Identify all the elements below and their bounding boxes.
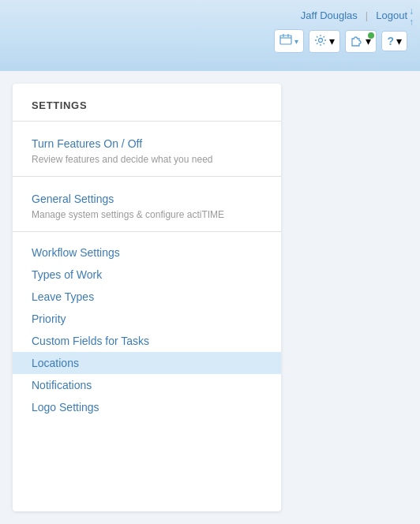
nav-arrows: ↓ ↑ bbox=[409, 6, 414, 27]
workflow-item-notifications[interactable]: Notifications bbox=[13, 374, 281, 396]
content-area: SETTINGS Turn Features On / Off Review f… bbox=[0, 71, 420, 524]
workflow-item-priority[interactable]: Priority bbox=[13, 308, 281, 330]
workflow-item-logo-settings[interactable]: Logo Settings bbox=[13, 396, 281, 418]
workflow-item-locations[interactable]: Locations bbox=[13, 352, 281, 374]
workflow-item-types-of-work[interactable]: Types of Work bbox=[13, 264, 281, 286]
puzzle-icon bbox=[351, 34, 363, 49]
help-icon-button[interactable]: ? ▾ bbox=[381, 31, 407, 51]
workflow-item-leave-types[interactable]: Leave Types bbox=[13, 286, 281, 308]
svg-rect-0 bbox=[280, 36, 291, 44]
nav-arrow-up[interactable]: ↑ bbox=[409, 17, 414, 27]
workflow-item-custom-fields-for-tasks[interactable]: Custom Fields for Tasks bbox=[13, 330, 281, 352]
divider-3 bbox=[13, 231, 281, 232]
gear-chevron-icon: ▾ bbox=[329, 35, 335, 47]
divider-1 bbox=[13, 121, 281, 122]
header-username[interactable]: Jaff Douglas bbox=[301, 9, 358, 21]
workflow-item-workflow-settings[interactable]: Workflow Settings bbox=[13, 241, 281, 264]
header-divider: | bbox=[366, 9, 368, 21]
workflow-section: Workflow SettingsTypes of WorkLeave Type… bbox=[13, 241, 281, 421]
general-desc: Manage system settings & configure actiT… bbox=[32, 209, 224, 220]
gear-icon bbox=[314, 34, 327, 49]
features-section: Turn Features On / Off Review features a… bbox=[13, 131, 281, 176]
puzzle-dot-indicator bbox=[368, 32, 374, 39]
header-icons: ▾ ▾ ▾ ? ▾ bbox=[274, 29, 407, 53]
general-section: General Settings Manage system settings … bbox=[13, 186, 281, 231]
help-chevron-icon: ▾ bbox=[396, 35, 402, 47]
header-top: Jaff Douglas | Logout bbox=[301, 9, 407, 21]
general-link[interactable]: General Settings bbox=[32, 193, 262, 205]
svg-point-4 bbox=[319, 38, 323, 42]
header: ↓ ↑ Jaff Douglas | Logout ▾ bbox=[0, 0, 420, 71]
settings-panel: SETTINGS Turn Features On / Off Review f… bbox=[13, 84, 281, 511]
settings-title: SETTINGS bbox=[13, 99, 281, 121]
calendar-icon bbox=[279, 33, 292, 49]
features-desc: Review features and decide what you need bbox=[32, 154, 212, 165]
puzzle-icon-button[interactable]: ▾ bbox=[345, 30, 377, 53]
logout-button[interactable]: Logout bbox=[376, 9, 407, 21]
features-link[interactable]: Turn Features On / Off bbox=[32, 137, 262, 150]
divider-2 bbox=[13, 176, 281, 177]
gear-icon-button[interactable]: ▾ bbox=[309, 30, 340, 53]
nav-arrow-down[interactable]: ↓ bbox=[409, 6, 414, 16]
calendar-icon-button[interactable]: ▾ bbox=[274, 29, 304, 53]
question-icon: ? bbox=[387, 35, 394, 47]
calendar-chevron-icon: ▾ bbox=[294, 37, 298, 46]
